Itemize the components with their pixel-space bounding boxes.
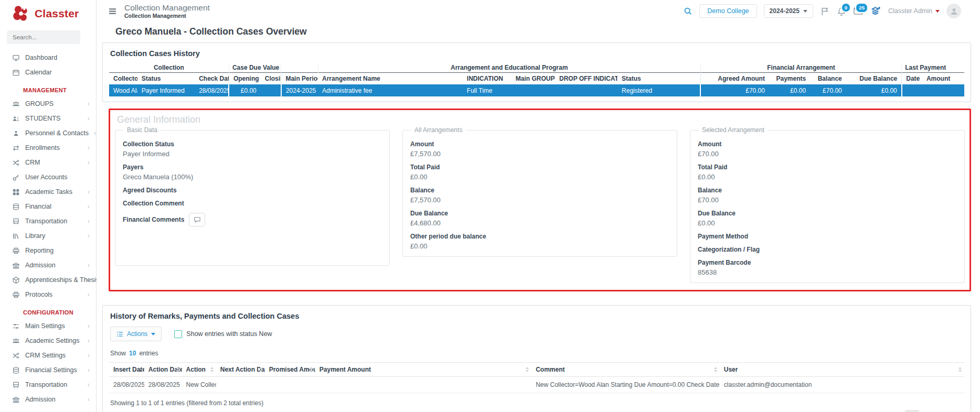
cell-due-balance[interactable]: £0.00: [846, 84, 902, 96]
col-main-group: Main GROUP: [512, 73, 555, 85]
students-icon: [12, 115, 20, 123]
chevron-left-icon: ‹: [88, 367, 92, 373]
quick-add-button[interactable]: [870, 6, 881, 17]
avatar[interactable]: [946, 4, 961, 18]
sidebar-item-label: CRM: [25, 159, 40, 166]
sidebar-item-academic-tasks[interactable]: Academic Tasks‹: [0, 185, 96, 199]
brand-logo[interactable]: Classter: [0, 0, 96, 25]
messages-button[interactable]: 25: [853, 6, 864, 16]
group-header-arrangement: Arrangement and Educational Program: [318, 63, 700, 73]
col-main-period: Main Period: [281, 73, 318, 85]
cell-arrangement-name[interactable]: Administrative fee: [318, 84, 463, 96]
cell-closing[interactable]: [261, 84, 281, 96]
cell-agreed-amount[interactable]: £70.00: [700, 84, 769, 96]
field-label: Collection Comment: [123, 200, 382, 207]
cell-last-payment-amount[interactable]: [922, 84, 964, 96]
sidebar-search-input[interactable]: [7, 30, 80, 44]
flag-button[interactable]: [820, 6, 830, 16]
cell-collector[interactable]: Wood Alan: [109, 84, 137, 96]
general-information-section: General Information Basic Data Collectio…: [109, 109, 971, 291]
sidebar-item-transportation[interactable]: Transportation‹: [0, 214, 96, 229]
history-row[interactable]: 28/08/2025 28/08/2025 New Collector New …: [109, 377, 964, 393]
main-settings-icon: [12, 322, 20, 330]
sidebar: Classter Dashboard Calendar MANAGEMENT G…: [0, 0, 97, 412]
sidebar-item-label: Academic Tasks: [25, 188, 72, 196]
financial-comments-button[interactable]: [189, 213, 205, 226]
pagination-page-1[interactable]: 1: [905, 410, 919, 412]
period-select[interactable]: 2024-2025: [764, 4, 813, 18]
status-new-filter[interactable]: Show entries with status New: [174, 330, 272, 338]
col-next-action-date[interactable]: Next Action Date: [216, 363, 265, 377]
sidebar-item-main-settings[interactable]: Main Settings‹: [0, 319, 96, 333]
transportation-icon: [12, 218, 20, 225]
col-payment-amount[interactable]: Payment Amount: [315, 363, 531, 377]
sidebar-item-crm-settings[interactable]: CRM Settings‹: [0, 348, 96, 363]
sidebar-item-crm[interactable]: CRM‹: [0, 155, 96, 170]
cell-payments[interactable]: £0.00: [769, 84, 810, 96]
status-new-checkbox[interactable]: [174, 330, 182, 338]
cell-main-period[interactable]: 2024-2025: [281, 84, 318, 96]
col-balance: Balance: [810, 73, 846, 85]
protocols-icon: [12, 291, 20, 299]
sidebar-item-user-accounts[interactable]: User Accounts: [0, 170, 96, 185]
col-promised-amount[interactable]: Promised Amount: [265, 363, 315, 377]
page-size-select[interactable]: 10: [129, 350, 136, 357]
col-user[interactable]: User: [720, 363, 964, 377]
sidebar-item-calendar[interactable]: Calendar: [0, 65, 96, 80]
collection-case-row[interactable]: Wood Alan Payer Informed 28/08/2025 £0.0…: [109, 84, 964, 96]
sidebar-item-admission-settings[interactable]: Admission‹: [0, 392, 96, 407]
notifications-button[interactable]: 0: [837, 6, 846, 16]
cell-insert-date: 28/08/2025: [109, 377, 144, 393]
chevron-left-icon: ‹: [88, 323, 92, 329]
layers-plus-icon: [870, 6, 881, 17]
cell-status[interactable]: Payer Informed: [137, 84, 195, 96]
field-value: Greco Manuela (100%): [123, 173, 382, 181]
sidebar-item-label: Financial Settings: [25, 366, 77, 374]
sort-icon: [259, 367, 262, 372]
col-action[interactable]: Action: [182, 363, 216, 377]
sidebar-item-reporting[interactable]: Reporting: [0, 243, 96, 258]
flag-icon: [820, 6, 830, 16]
cell-check-date[interactable]: 28/08/2025: [195, 84, 229, 96]
field-label: Amount: [698, 140, 957, 148]
col-action-date[interactable]: Action Date: [144, 363, 182, 377]
actions-button[interactable]: Actions: [110, 327, 162, 341]
cell-balance[interactable]: £70.00: [810, 84, 846, 96]
institution-button[interactable]: Demo College: [699, 4, 757, 18]
field-label: Amount: [410, 140, 669, 148]
sort-icon: [176, 367, 179, 372]
sidebar-item-groups[interactable]: GROUPS‹: [0, 96, 96, 111]
sidebar-item-financial-settings[interactable]: Financial Settings‹: [0, 363, 96, 377]
cell-drop-off-indicator[interactable]: [555, 84, 617, 96]
cell-main-group[interactable]: [512, 84, 555, 96]
group-header-collection: Collection: [109, 63, 229, 73]
sidebar-item-library[interactable]: Library‹: [0, 229, 96, 243]
search-icon[interactable]: [684, 7, 693, 16]
enrollments-icon: [12, 144, 20, 152]
sidebar-item-personnel-contacts[interactable]: Personnel & Contacts‹: [0, 126, 96, 140]
col-comment[interactable]: Comment: [531, 363, 720, 377]
chevron-left-icon: ‹: [88, 101, 92, 106]
cell-indication[interactable]: Full Time: [463, 84, 512, 96]
sidebar-item-apprenticeships-thesis[interactable]: Apprenticeships & Thesis‹: [0, 273, 96, 287]
hamburger-menu-icon[interactable]: [108, 7, 117, 16]
sidebar-item-dashboard[interactable]: Dashboard: [0, 50, 96, 65]
col-agreed-amount: Agreed Amount: [700, 73, 769, 85]
cell-last-payment-date[interactable]: [902, 84, 922, 96]
sidebar-item-admission[interactable]: Admission‹: [0, 258, 96, 273]
cell-opening[interactable]: £0.00: [229, 84, 260, 96]
sidebar-item-financial[interactable]: Financial‹: [0, 199, 96, 214]
sidebar-item-enrollments[interactable]: Enrollments‹: [0, 140, 96, 155]
chevron-down-icon: [935, 10, 940, 13]
cell-arr-status[interactable]: Registered: [617, 84, 700, 96]
sidebar-item-transportation-settings[interactable]: Transportation‹: [0, 377, 96, 392]
chevron-left-icon: ‹: [88, 233, 92, 238]
chevron-down-icon: [151, 333, 155, 335]
column-header-row: Collector Status Check Date Opening Clos…: [109, 73, 964, 85]
chevron-left-icon: ‹: [88, 397, 92, 402]
sidebar-item-academic-settings[interactable]: Academic Settings‹: [0, 333, 96, 348]
sidebar-item-protocols[interactable]: Protocols‹: [0, 287, 96, 302]
user-menu[interactable]: Classter Admin: [888, 7, 940, 15]
col-insert-date[interactable]: Insert Date: [109, 363, 144, 377]
sidebar-item-students[interactable]: STUDENTS‹: [0, 111, 96, 126]
